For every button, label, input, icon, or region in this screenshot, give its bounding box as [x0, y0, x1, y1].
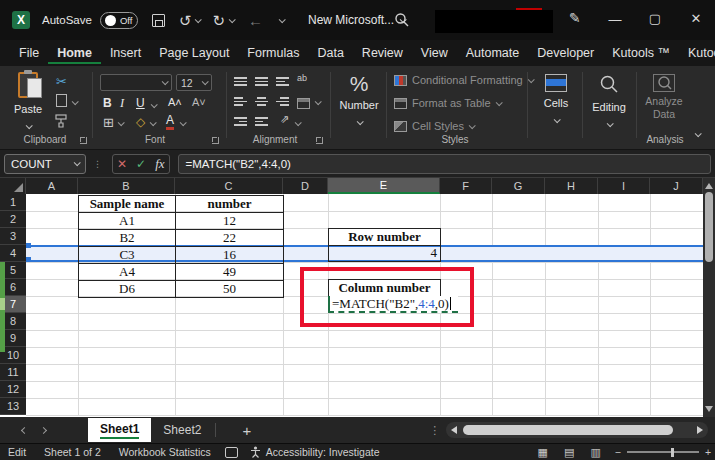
- alignment-dialog-launcher-icon[interactable]: [316, 137, 323, 144]
- vertical-scroll-thumb[interactable]: [705, 192, 713, 262]
- close-button[interactable]: ✕: [681, 11, 711, 26]
- font-color-dropdown-icon[interactable]: [180, 119, 187, 126]
- row-number-label-cell[interactable]: Row number: [328, 228, 441, 246]
- editing-button[interactable]: Editing: [586, 74, 632, 131]
- format-painter-icon[interactable]: [54, 114, 69, 128]
- column-header-D[interactable]: D: [283, 178, 328, 194]
- row-header-1[interactable]: 1: [0, 194, 26, 211]
- column-header-J[interactable]: J: [650, 178, 703, 194]
- decrease-font-size-button[interactable]: A˅: [192, 96, 206, 108]
- redo-icon[interactable]: ↻: [212, 13, 225, 28]
- add-sheet-button[interactable]: +: [242, 422, 251, 439]
- zoom-in-button[interactable]: +: [705, 446, 711, 458]
- clipboard-dialog-launcher-icon[interactable]: [80, 137, 87, 144]
- next-sheet-icon[interactable]: [40, 426, 47, 433]
- normal-view-icon[interactable]: ▦: [538, 446, 548, 459]
- page-layout-view-icon[interactable]: ▤: [564, 446, 574, 459]
- vertical-scrollbar[interactable]: [703, 178, 715, 417]
- cell-styles-button[interactable]: Cell Styles: [394, 120, 474, 132]
- name-box[interactable]: COUNT: [4, 154, 86, 174]
- align-top-button[interactable]: [234, 75, 247, 88]
- table-header-cell[interactable]: Sample name: [79, 196, 176, 213]
- row-number-value-cell[interactable]: 4: [328, 245, 441, 262]
- align-right-button[interactable]: [276, 95, 289, 108]
- table-cell[interactable]: B2: [79, 230, 176, 247]
- table-cell[interactable]: A4: [79, 264, 176, 281]
- tab-file[interactable]: File: [10, 42, 48, 64]
- zoom-slider[interactable]: [627, 451, 699, 453]
- accessibility-icon[interactable]: [250, 446, 261, 458]
- scroll-down-icon[interactable]: [705, 406, 713, 412]
- workbook-statistics[interactable]: Workbook Statistics: [119, 446, 211, 458]
- table-cell[interactable]: A1: [79, 213, 176, 230]
- accessibility-status[interactable]: Accessibility: Investigate: [266, 446, 380, 458]
- page-break-view-icon[interactable]: ▥: [590, 446, 600, 459]
- font-size-dropdown[interactable]: 12: [176, 74, 212, 91]
- column-header-I[interactable]: I: [598, 178, 650, 194]
- cut-icon[interactable]: ✂: [56, 74, 67, 89]
- align-center-button[interactable]: [255, 95, 268, 108]
- pen-icon[interactable]: ✎: [569, 11, 581, 25]
- increase-indent-button[interactable]: [255, 115, 268, 128]
- format-as-table-button[interactable]: Format as Table: [394, 97, 501, 109]
- reference-handle-bottom[interactable]: [26, 257, 31, 262]
- merge-center-icon[interactable]: [297, 98, 310, 109]
- column-header-A[interactable]: A: [26, 178, 78, 194]
- save-icon[interactable]: [152, 14, 165, 27]
- tab-overflow-icon[interactable]: ⋮: [429, 424, 440, 437]
- enter-icon[interactable]: ✓: [136, 157, 146, 171]
- redo-dropdown-icon[interactable]: [229, 16, 236, 23]
- fill-color-dropdown-icon[interactable]: [150, 119, 157, 126]
- search-icon[interactable]: [394, 12, 410, 28]
- column-header-C[interactable]: C: [175, 178, 283, 194]
- sheet-count[interactable]: Sheet 1 of 2: [44, 446, 101, 458]
- table-cell[interactable]: 22: [176, 230, 284, 247]
- tab-kutools-plus[interactable]: Kutools Plus: [679, 42, 715, 64]
- fill-color-button[interactable]: ◇: [136, 115, 145, 129]
- table-cell[interactable]: 16: [176, 247, 284, 264]
- merge-dropdown-icon[interactable]: [315, 98, 322, 105]
- row-header-12[interactable]: 12: [0, 381, 26, 398]
- row-header-11[interactable]: 11: [0, 364, 26, 381]
- table-cell[interactable]: C3: [79, 247, 176, 264]
- align-bottom-button[interactable]: [276, 75, 289, 88]
- copy-dropdown-icon[interactable]: [72, 98, 79, 105]
- select-all-button[interactable]: [0, 178, 26, 194]
- align-middle-button[interactable]: [255, 75, 268, 88]
- column-header-B[interactable]: B: [78, 178, 175, 194]
- tab-view[interactable]: View: [412, 42, 457, 64]
- orientation-dropdown-icon[interactable]: [295, 119, 302, 126]
- wrap-text-icon[interactable]: ab: [297, 73, 307, 83]
- tab-formulas[interactable]: Formulas: [238, 42, 308, 64]
- underline-dropdown-icon[interactable]: [151, 101, 158, 108]
- column-header-G[interactable]: G: [492, 178, 545, 194]
- tab-automate[interactable]: Automate: [457, 42, 529, 64]
- column-header-H[interactable]: H: [545, 178, 598, 194]
- zoom-out-button[interactable]: −: [615, 446, 621, 458]
- row-header-13[interactable]: 13: [0, 398, 26, 415]
- table-cell[interactable]: 12: [176, 213, 284, 230]
- prev-sheet-icon[interactable]: [21, 426, 28, 433]
- horizontal-scroll-thumb[interactable]: [463, 425, 673, 435]
- reference-handle-top[interactable]: [26, 243, 31, 248]
- conditional-formatting-button[interactable]: Conditional Formatting: [394, 74, 533, 86]
- underline-button[interactable]: U: [136, 96, 145, 110]
- table-cell[interactable]: 49: [176, 264, 284, 281]
- paste-button[interactable]: Paste: [14, 72, 42, 133]
- column-header-F[interactable]: F: [440, 178, 492, 194]
- table-header-cell[interactable]: number: [176, 196, 284, 213]
- borders-dropdown-icon[interactable]: [118, 119, 125, 126]
- customize-toolbar-icon[interactable]: [279, 16, 286, 23]
- sheet-tab-sheet2[interactable]: Sheet2: [151, 418, 213, 442]
- scroll-up-icon[interactable]: [705, 183, 713, 189]
- copy-icon[interactable]: [56, 94, 67, 107]
- font-color-button[interactable]: A: [166, 114, 174, 130]
- tab-data[interactable]: Data: [308, 42, 352, 64]
- tab-page-layout[interactable]: Page Layout: [150, 42, 238, 64]
- minimize-button[interactable]: —: [600, 12, 630, 27]
- borders-button[interactable]: ⊞: [103, 115, 114, 130]
- undo-dropdown-icon[interactable]: [195, 16, 202, 23]
- column-header-E[interactable]: E: [328, 178, 440, 194]
- increase-font-size-button[interactable]: A˄: [168, 96, 182, 108]
- row-header-2[interactable]: 2: [0, 211, 26, 228]
